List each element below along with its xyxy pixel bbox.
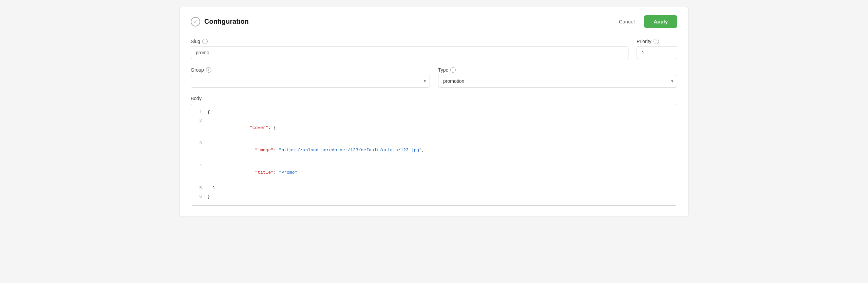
indent-3 bbox=[244, 148, 255, 153]
slug-label: Slug i bbox=[191, 39, 628, 44]
body-label: Body bbox=[191, 96, 677, 101]
check-icon: ✓ bbox=[191, 17, 200, 26]
code-line-5: 5 } bbox=[191, 184, 677, 193]
header-left: ✓ Configuration bbox=[191, 17, 249, 26]
group-label: Group i bbox=[191, 67, 430, 73]
value-image-url: "https://upload.snrcdn.net/123/default/o… bbox=[279, 148, 422, 153]
type-label: Type i bbox=[438, 67, 677, 73]
line-number-1: 1 bbox=[191, 109, 207, 116]
line-number-6: 6 bbox=[191, 193, 207, 201]
line-content-3: "image": "https://upload.snrcdn.net/123/… bbox=[207, 140, 677, 161]
code-lines: 1 { 2 "cover": { 3 "ima bbox=[191, 104, 677, 205]
type-info-icon: i bbox=[450, 67, 456, 73]
priority-input[interactable] bbox=[637, 46, 677, 59]
code-line-3: 3 "image": "https://upload.snrcdn.net/12… bbox=[191, 139, 677, 162]
configuration-card: ✓ Configuration Cancel Apply Slug i Prio… bbox=[180, 7, 688, 217]
type-select[interactable]: promotion banner spotlight bbox=[438, 75, 677, 88]
line-content-4: "title": "Promo" bbox=[207, 163, 677, 184]
priority-label: Priority i bbox=[637, 39, 677, 44]
line-content-5: } bbox=[207, 185, 677, 192]
page-title: Configuration bbox=[204, 18, 249, 25]
slug-field-group: Slug i bbox=[191, 39, 628, 59]
brace-2 bbox=[244, 125, 250, 130]
line-number-2: 2 bbox=[191, 117, 207, 125]
group-type-row: Group i ▾ Type i promotion banner spotli… bbox=[191, 67, 677, 88]
priority-info-icon: i bbox=[654, 39, 659, 44]
line-number-5: 5 bbox=[191, 185, 207, 192]
apply-button[interactable]: Apply bbox=[644, 15, 677, 28]
code-line-6: 6 } bbox=[191, 193, 677, 201]
slug-info-icon: i bbox=[202, 39, 208, 44]
group-info-icon: i bbox=[206, 67, 211, 73]
line-content-1: { bbox=[207, 109, 677, 116]
line-number-3: 3 bbox=[191, 140, 207, 147]
group-select-wrapper: ▾ bbox=[191, 75, 430, 88]
code-line-1: 1 { bbox=[191, 108, 677, 117]
line-number-4: 4 bbox=[191, 163, 207, 170]
group-field-group: Group i ▾ bbox=[191, 67, 430, 88]
body-section: Body 1 { 2 "cover": { bbox=[191, 96, 677, 206]
code-line-2: 2 "cover": { bbox=[191, 117, 677, 139]
colon-3: : bbox=[273, 148, 279, 153]
key-title: "title" bbox=[255, 170, 273, 175]
value-title: "Promo" bbox=[279, 170, 298, 175]
priority-field-group: Priority i bbox=[637, 39, 677, 59]
comma-3: , bbox=[422, 148, 424, 153]
code-editor[interactable]: 1 { 2 "cover": { 3 "ima bbox=[191, 104, 677, 206]
slug-input[interactable] bbox=[191, 46, 628, 59]
type-field-group: Type i promotion banner spotlight ▾ bbox=[438, 67, 677, 88]
header-actions: Cancel Apply bbox=[614, 15, 677, 28]
code-line-4: 4 "title": "Promo" bbox=[191, 162, 677, 184]
indent-4 bbox=[244, 170, 255, 175]
type-select-wrapper: promotion banner spotlight ▾ bbox=[438, 75, 677, 88]
key-cover: "cover" bbox=[250, 125, 268, 130]
header: ✓ Configuration Cancel Apply bbox=[191, 15, 677, 28]
group-select[interactable] bbox=[191, 75, 430, 88]
cancel-button[interactable]: Cancel bbox=[614, 16, 640, 27]
line-content-6: } bbox=[207, 193, 677, 201]
colon-2: : { bbox=[268, 125, 276, 130]
slug-priority-row: Slug i Priority i bbox=[191, 39, 677, 59]
line-content-2: "cover": { bbox=[207, 117, 677, 138]
key-image: "image" bbox=[255, 148, 273, 153]
code-editor-wrapper: 1 { 2 "cover": { 3 "ima bbox=[191, 104, 677, 206]
colon-4: : bbox=[273, 170, 279, 175]
